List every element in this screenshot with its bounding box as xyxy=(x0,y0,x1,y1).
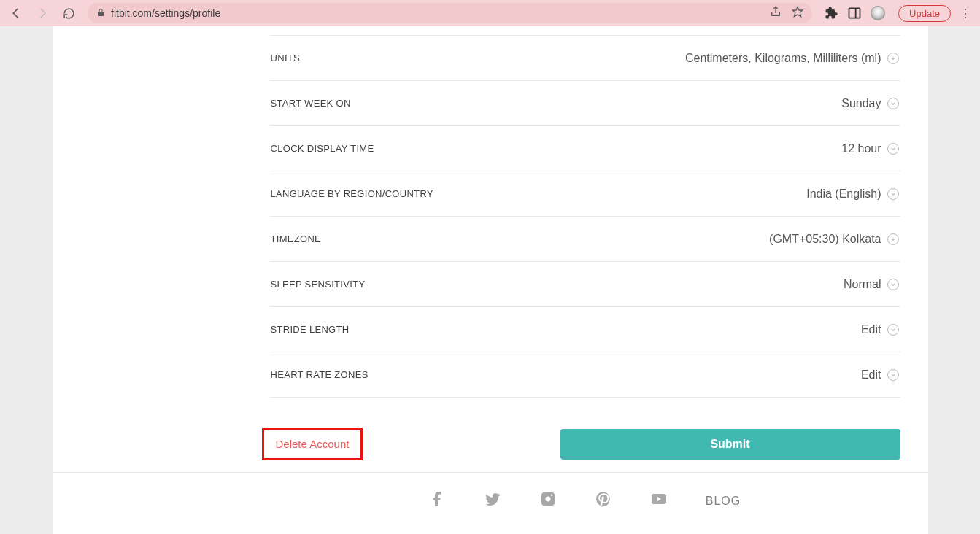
url-text: fitbit.com/settings/profile xyxy=(111,7,220,19)
back-button[interactable] xyxy=(6,3,26,23)
blog-link[interactable]: BLOG xyxy=(706,495,741,508)
footer-social: BLOG xyxy=(269,473,900,512)
twitter-icon[interactable] xyxy=(484,490,501,512)
chevron-down-icon xyxy=(887,369,899,381)
row-label: START WEEK ON xyxy=(271,98,351,109)
browser-toolbar: fitbit.com/settings/profile Update ⋮ xyxy=(0,0,980,26)
forward-button[interactable] xyxy=(32,3,53,23)
kebab-menu-icon[interactable]: ⋮ xyxy=(957,7,974,20)
settings-row-heart-rate[interactable]: HEART RATE ZONES Edit xyxy=(269,352,900,398)
settings-row-start-week[interactable]: START WEEK ON Sunday xyxy=(269,80,900,126)
settings-row-units[interactable]: UNITS Centimeters, Kilograms, Milliliter… xyxy=(269,35,900,81)
delete-account-link[interactable]: Delete Account xyxy=(276,438,350,450)
chevron-down-icon xyxy=(887,188,899,200)
star-icon[interactable] xyxy=(792,6,803,20)
row-label: LANGUAGE BY REGION/COUNTRY xyxy=(271,188,433,199)
settings-row-stride[interactable]: STRIDE LENGTH Edit xyxy=(269,306,900,352)
settings-row-language[interactable]: LANGUAGE BY REGION/COUNTRY India (Englis… xyxy=(269,171,900,217)
svg-rect-2 xyxy=(849,8,860,18)
row-value: Edit xyxy=(861,368,881,382)
row-label: HEART RATE ZONES xyxy=(271,369,369,380)
chevron-down-icon xyxy=(887,143,899,155)
chevron-down-icon xyxy=(887,279,899,290)
reload-button[interactable] xyxy=(58,3,79,23)
submit-button[interactable]: Submit xyxy=(560,429,900,460)
page-container: UNITS Centimeters, Kilograms, Milliliter… xyxy=(53,26,928,534)
action-buttons: Delete Account Submit xyxy=(262,428,900,460)
row-value: Centimeters, Kilograms, Milliliters (ml) xyxy=(685,52,881,65)
extensions-icon[interactable] xyxy=(824,6,838,20)
extension-icons xyxy=(824,6,888,20)
pinterest-icon[interactable] xyxy=(595,490,612,512)
youtube-icon[interactable] xyxy=(650,490,668,512)
chevron-down-icon xyxy=(887,98,899,109)
chevron-down-icon xyxy=(887,53,899,64)
row-value: India (English) xyxy=(806,187,881,201)
instagram-icon[interactable] xyxy=(539,490,557,512)
chevron-down-icon xyxy=(887,233,899,245)
row-label: STRIDE LENGTH xyxy=(271,324,350,335)
row-label: TIMEZONE xyxy=(271,233,322,244)
row-value: 12 hour xyxy=(841,142,881,155)
update-button[interactable]: Update xyxy=(898,5,951,22)
row-value: Sunday xyxy=(841,97,881,110)
settings-row-clock[interactable]: CLOCK DISPLAY TIME 12 hour xyxy=(269,125,900,171)
facebook-icon[interactable] xyxy=(428,490,446,512)
delete-account-highlight: Delete Account xyxy=(262,428,363,460)
settings-row-sleep[interactable]: SLEEP SENSITIVITY Normal xyxy=(269,261,900,307)
svg-marker-1 xyxy=(792,7,802,16)
svg-point-5 xyxy=(545,497,550,502)
row-value: Normal xyxy=(844,278,881,291)
chevron-down-icon xyxy=(887,324,899,336)
share-icon[interactable] xyxy=(770,6,782,20)
lock-icon xyxy=(96,7,105,20)
settings-row-timezone[interactable]: TIMEZONE (GMT+05:30) Kolkata xyxy=(269,216,900,262)
row-label: CLOCK DISPLAY TIME xyxy=(271,143,374,154)
row-value: Edit xyxy=(861,323,881,336)
panel-icon[interactable] xyxy=(847,6,862,20)
profile-avatar-icon[interactable] xyxy=(871,6,885,20)
row-value: (GMT+05:30) Kolkata xyxy=(769,233,881,246)
address-bar[interactable]: fitbit.com/settings/profile xyxy=(88,3,812,23)
svg-point-6 xyxy=(551,495,552,496)
row-label: SLEEP SENSITIVITY xyxy=(271,279,366,290)
settings-column: UNITS Centimeters, Kilograms, Milliliter… xyxy=(269,26,900,512)
row-label: UNITS xyxy=(271,53,301,63)
